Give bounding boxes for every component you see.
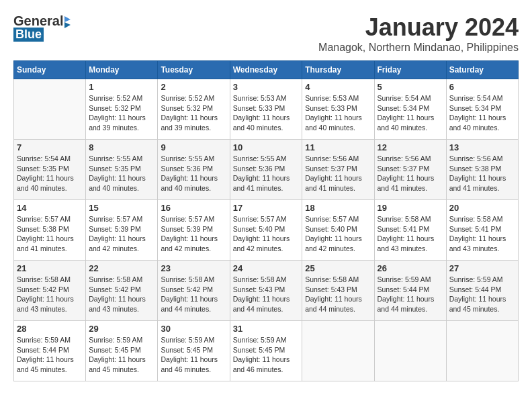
weekday-header-row: SundayMondayTuesdayWednesdayThursdayFrid… [14,61,519,79]
day-number: 9 [161,142,226,152]
day-info: Sunrise: 5:54 AMSunset: 5:34 PMDaylight:… [378,93,443,133]
calendar-week-row: 28Sunrise: 5:59 AMSunset: 5:44 PMDayligh… [14,321,519,381]
calendar-week-row: 14Sunrise: 5:57 AMSunset: 5:38 PMDayligh… [14,200,519,261]
day-info: Sunrise: 5:59 AMSunset: 5:44 PMDaylight:… [17,335,83,375]
calendar-table: SundayMondayTuesdayWednesdayThursdayFrid… [13,60,519,381]
calendar-cell [302,321,374,381]
day-info: Sunrise: 5:59 AMSunset: 5:44 PMDaylight:… [449,275,515,314]
day-number: 3 [233,82,300,92]
calendar-cell: 11Sunrise: 5:56 AMSunset: 5:37 PMDayligh… [302,140,374,200]
calendar-cell: 15Sunrise: 5:57 AMSunset: 5:39 PMDayligh… [86,200,158,261]
calendar-cell: 26Sunrise: 5:59 AMSunset: 5:44 PMDayligh… [374,261,446,321]
weekday-header-thursday: Thursday [302,61,374,79]
location-subtitle: Managok, Northern Mindanao, Philippines [318,42,519,54]
page-header: General Blue January 2024 Managok, North… [13,13,519,54]
calendar-cell: 23Sunrise: 5:58 AMSunset: 5:42 PMDayligh… [158,261,230,321]
day-info: Sunrise: 5:59 AMSunset: 5:44 PMDaylight:… [378,275,443,314]
calendar-cell: 31Sunrise: 5:59 AMSunset: 5:45 PMDayligh… [230,321,302,381]
day-info: Sunrise: 5:56 AMSunset: 5:37 PMDaylight:… [378,154,443,193]
day-number: 6 [449,82,515,92]
day-info: Sunrise: 5:58 AMSunset: 5:42 PMDaylight:… [89,275,154,314]
day-info: Sunrise: 5:59 AMSunset: 5:45 PMDaylight:… [233,335,300,375]
day-number: 16 [161,203,226,213]
calendar-cell: 6Sunrise: 5:54 AMSunset: 5:34 PMDaylight… [446,79,518,140]
calendar-cell: 13Sunrise: 5:56 AMSunset: 5:38 PMDayligh… [446,140,518,200]
calendar-cell [374,321,446,381]
day-info: Sunrise: 5:55 AMSunset: 5:36 PMDaylight:… [233,154,300,193]
day-number: 15 [89,203,154,213]
weekday-header-monday: Monday [86,61,158,79]
calendar-cell [446,321,518,381]
day-info: Sunrise: 5:54 AMSunset: 5:34 PMDaylight:… [449,93,515,133]
calendar-cell: 9Sunrise: 5:55 AMSunset: 5:36 PMDaylight… [158,140,230,200]
logo: General Blue [13,13,71,42]
day-info: Sunrise: 5:59 AMSunset: 5:45 PMDaylight:… [89,335,154,375]
calendar-cell: 21Sunrise: 5:58 AMSunset: 5:42 PMDayligh… [14,261,86,321]
logo-general-text: General [13,13,63,29]
title-block: January 2024 Managok, Northern Mindanao,… [318,13,519,54]
day-info: Sunrise: 5:57 AMSunset: 5:39 PMDaylight:… [161,214,226,254]
calendar-cell: 29Sunrise: 5:59 AMSunset: 5:45 PMDayligh… [86,321,158,381]
calendar-cell: 18Sunrise: 5:57 AMSunset: 5:40 PMDayligh… [302,200,374,261]
day-number: 10 [233,142,300,152]
day-info: Sunrise: 5:56 AMSunset: 5:37 PMDaylight:… [305,154,371,193]
calendar-cell: 28Sunrise: 5:59 AMSunset: 5:44 PMDayligh… [14,321,86,381]
calendar-cell: 30Sunrise: 5:59 AMSunset: 5:45 PMDayligh… [158,321,230,381]
day-number: 28 [17,324,83,334]
day-info: Sunrise: 5:53 AMSunset: 5:33 PMDaylight:… [305,93,371,133]
calendar-cell: 8Sunrise: 5:55 AMSunset: 5:35 PMDaylight… [86,140,158,200]
day-number: 20 [449,203,515,213]
day-info: Sunrise: 5:55 AMSunset: 5:36 PMDaylight:… [161,154,226,193]
day-number: 2 [161,82,226,92]
day-info: Sunrise: 5:53 AMSunset: 5:33 PMDaylight:… [233,93,300,133]
calendar-week-row: 21Sunrise: 5:58 AMSunset: 5:42 PMDayligh… [14,261,519,321]
calendar-cell: 12Sunrise: 5:56 AMSunset: 5:37 PMDayligh… [374,140,446,200]
weekday-header-tuesday: Tuesday [158,61,230,79]
day-info: Sunrise: 5:56 AMSunset: 5:38 PMDaylight:… [449,154,515,193]
day-number: 31 [233,324,300,334]
day-number: 29 [89,324,154,334]
month-title: January 2024 [318,13,519,42]
day-info: Sunrise: 5:59 AMSunset: 5:45 PMDaylight:… [161,335,226,375]
day-number: 11 [305,142,371,152]
day-number: 22 [89,263,154,273]
day-number: 1 [89,82,154,92]
day-number: 12 [378,142,443,152]
day-info: Sunrise: 5:57 AMSunset: 5:38 PMDaylight:… [17,214,83,254]
day-info: Sunrise: 5:52 AMSunset: 5:32 PMDaylight:… [161,93,226,133]
day-number: 14 [17,203,83,213]
day-info: Sunrise: 5:54 AMSunset: 5:35 PMDaylight:… [17,154,83,193]
calendar-cell: 24Sunrise: 5:58 AMSunset: 5:43 PMDayligh… [230,261,302,321]
day-number: 7 [17,142,83,152]
calendar-cell: 14Sunrise: 5:57 AMSunset: 5:38 PMDayligh… [14,200,86,261]
day-info: Sunrise: 5:57 AMSunset: 5:39 PMDaylight:… [89,214,154,254]
day-number: 5 [378,82,443,92]
calendar-cell: 2Sunrise: 5:52 AMSunset: 5:32 PMDaylight… [158,79,230,140]
weekday-header-sunday: Sunday [14,61,86,79]
day-info: Sunrise: 5:55 AMSunset: 5:35 PMDaylight:… [89,154,154,193]
day-info: Sunrise: 5:58 AMSunset: 5:43 PMDaylight:… [233,275,300,314]
calendar-cell: 4Sunrise: 5:53 AMSunset: 5:33 PMDaylight… [302,79,374,140]
day-info: Sunrise: 5:52 AMSunset: 5:32 PMDaylight:… [89,93,154,133]
day-number: 30 [161,324,226,334]
calendar-cell: 16Sunrise: 5:57 AMSunset: 5:39 PMDayligh… [158,200,230,261]
day-number: 23 [161,263,226,273]
day-number: 8 [89,142,154,152]
day-info: Sunrise: 5:58 AMSunset: 5:43 PMDaylight:… [305,275,371,314]
calendar-cell: 27Sunrise: 5:59 AMSunset: 5:44 PMDayligh… [446,261,518,321]
day-info: Sunrise: 5:57 AMSunset: 5:40 PMDaylight:… [233,214,300,254]
day-number: 21 [17,263,83,273]
day-info: Sunrise: 5:58 AMSunset: 5:41 PMDaylight:… [378,214,443,254]
day-info: Sunrise: 5:58 AMSunset: 5:41 PMDaylight:… [449,214,515,254]
day-number: 26 [378,263,443,273]
weekday-header-wednesday: Wednesday [230,61,302,79]
day-number: 18 [305,203,371,213]
calendar-cell [14,79,86,140]
day-number: 25 [305,263,371,273]
calendar-cell: 5Sunrise: 5:54 AMSunset: 5:34 PMDaylight… [374,79,446,140]
calendar-cell: 19Sunrise: 5:58 AMSunset: 5:41 PMDayligh… [374,200,446,261]
day-number: 4 [305,82,371,92]
calendar-week-row: 1Sunrise: 5:52 AMSunset: 5:32 PMDaylight… [14,79,519,140]
day-number: 27 [449,263,515,273]
logo-blue-text: Blue [15,28,42,41]
